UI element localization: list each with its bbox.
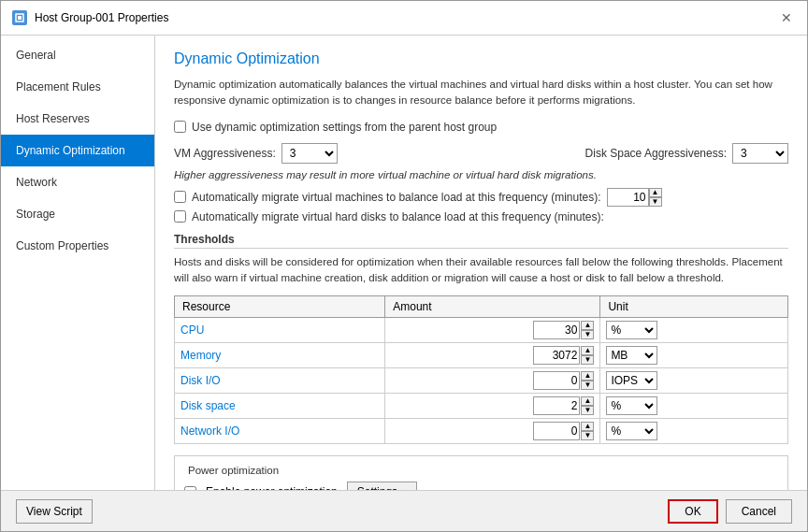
sidebar-item-custom-properties[interactable]: Custom Properties [1, 230, 154, 262]
table-row: Network I/O▲▼%MBIOPS [175, 419, 788, 444]
auto-migrate-vm-checkbox[interactable] [174, 191, 186, 203]
amount-spin-buttons: ▲▼ [581, 346, 594, 365]
amount-spin-down[interactable]: ▼ [581, 355, 594, 365]
amount-spin-down[interactable]: ▼ [581, 330, 594, 339]
auto-migrate-vm-spin-up[interactable]: ▲ [649, 188, 662, 197]
sidebar-item-network[interactable]: Network [1, 166, 154, 198]
window-icon [12, 10, 27, 25]
disk-aggressiveness-select[interactable]: 1 2 3 4 5 [732, 143, 788, 164]
disk-aggressiveness-group: Disk Space Aggressiveness: 1 2 3 4 5 [585, 143, 788, 164]
auto-migrate-vm-spin-buttons: ▲ ▼ [649, 188, 662, 207]
higher-note: Higher aggressiveness may result in more… [174, 169, 788, 180]
auto-migrate-vm-spin-down[interactable]: ▼ [649, 197, 662, 207]
amount-cell: ▲▼ [385, 343, 600, 368]
sidebar-item-host-reserves[interactable]: Host Reserves [1, 103, 154, 135]
window-title: Host Group-001 Properties [35, 11, 168, 24]
table-row: Disk space▲▼%MBIOPS [175, 394, 788, 419]
footer-buttons: OK Cancel [668, 499, 792, 524]
title-bar: Host Group-001 Properties ✕ [1, 1, 807, 36]
amount-input[interactable] [533, 396, 580, 415]
main-content: General Placement Rules Host Reserves Dy… [1, 36, 807, 490]
use-parent-label: Use dynamic optimization settings from t… [192, 121, 497, 134]
unit-cell: %MBIOPS [600, 343, 788, 368]
resource-cell: CPU [175, 318, 385, 343]
auto-migrate-vm-label: Automatically migrate virtual machines t… [192, 191, 601, 204]
col-header-resource: Resource [175, 296, 385, 318]
amount-input[interactable] [533, 321, 580, 339]
disk-aggressiveness-label: Disk Space Aggressiveness: [585, 147, 727, 160]
thresholds-desc: Hosts and disks will be considered for o… [174, 254, 788, 287]
close-button[interactable]: ✕ [777, 8, 796, 27]
col-header-unit: Unit [600, 296, 788, 318]
unit-select[interactable]: %MBIOPS [606, 371, 657, 390]
amount-spin-down[interactable]: ▼ [581, 431, 594, 440]
amount-spin-buttons: ▲▼ [581, 422, 594, 440]
title-bar-left: Host Group-001 Properties [12, 10, 168, 25]
section-title: Dynamic Optimization [174, 50, 788, 67]
thresholds-label: Thresholds [174, 233, 788, 249]
vm-aggressiveness-select[interactable]: 1 2 3 4 5 [281, 143, 338, 164]
footer: View Script OK Cancel [1, 490, 807, 531]
sidebar-item-storage[interactable]: Storage [1, 198, 154, 230]
auto-migrate-disk-row: Automatically migrate virtual hard disks… [174, 210, 788, 223]
amount-spin-up[interactable]: ▲ [581, 396, 594, 406]
table-row: Memory▲▼%MBIOPS [175, 343, 788, 368]
unit-select[interactable]: %MBIOPS [606, 422, 657, 440]
sidebar-item-placement-rules[interactable]: Placement Rules [1, 71, 154, 103]
amount-spin-buttons: ▲▼ [581, 321, 594, 339]
unit-cell: %MBIOPS [600, 368, 788, 394]
amount-spin-up[interactable]: ▲ [581, 321, 594, 330]
resource-cell: Memory [175, 343, 385, 368]
aggressiveness-row: VM Aggressiveness: 1 2 3 4 5 Disk Space … [174, 143, 788, 164]
amount-spin-up[interactable]: ▲ [581, 422, 594, 431]
col-header-amount: Amount [385, 296, 600, 318]
ok-button[interactable]: OK [668, 499, 717, 524]
table-row: CPU▲▼%MBIOPS [175, 318, 788, 343]
amount-input[interactable] [533, 371, 580, 390]
auto-migrate-disk-checkbox[interactable] [174, 210, 186, 223]
power-section-title: Power optimization [184, 465, 282, 476]
unit-cell: %MBIOPS [600, 394, 788, 419]
sidebar: General Placement Rules Host Reserves Dy… [1, 36, 155, 490]
unit-cell: %MBIOPS [600, 419, 788, 444]
view-script-button[interactable]: View Script [16, 499, 93, 524]
amount-input[interactable] [533, 346, 580, 365]
description-text: Dynamic optimization automatically balan… [174, 77, 788, 109]
resource-cell: Disk I/O [175, 368, 385, 394]
amount-spin-buttons: ▲▼ [581, 371, 594, 390]
amount-cell: ▲▼ [385, 318, 600, 343]
amount-spin-up[interactable]: ▲ [581, 346, 594, 355]
table-row: Disk I/O▲▼%MBIOPS [175, 368, 788, 394]
auto-migrate-disk-label: Automatically migrate virtual hard disks… [192, 210, 604, 223]
sidebar-item-dynamic-optimization[interactable]: Dynamic Optimization [1, 135, 154, 166]
amount-spin-buttons: ▲▼ [581, 396, 594, 415]
unit-select[interactable]: %MBIOPS [606, 346, 657, 365]
unit-cell: %MBIOPS [600, 318, 788, 343]
unit-select[interactable]: %MBIOPS [606, 321, 657, 339]
resource-cell: Disk space [175, 394, 385, 419]
power-row: Enable power optimization Settings... [184, 482, 778, 490]
amount-spin-down[interactable]: ▼ [581, 406, 594, 415]
cancel-button[interactable]: Cancel [726, 499, 792, 524]
resource-cell: Network I/O [175, 419, 385, 444]
power-section: Power optimization Enable power optimiza… [174, 455, 788, 490]
use-parent-settings-row: Use dynamic optimization settings from t… [174, 121, 788, 134]
unit-select[interactable]: %MBIOPS [606, 396, 657, 415]
vm-aggressiveness-label: VM Aggressiveness: [174, 147, 276, 160]
sidebar-item-general[interactable]: General [1, 39, 154, 71]
amount-spin-up[interactable]: ▲ [581, 371, 594, 381]
svg-rect-1 [18, 16, 22, 20]
auto-migrate-vm-row: Automatically migrate virtual machines t… [174, 188, 788, 207]
thresholds-table: Resource Amount Unit CPU▲▼%MBIOPSMemory▲… [174, 295, 788, 444]
auto-migrate-vm-input[interactable] [607, 188, 649, 207]
amount-cell: ▲▼ [385, 368, 600, 394]
amount-input[interactable] [533, 422, 580, 440]
amount-spin-down[interactable]: ▼ [581, 381, 594, 390]
settings-button[interactable]: Settings... [347, 482, 417, 490]
content-area: Dynamic Optimization Dynamic optimizatio… [155, 36, 807, 490]
vm-aggressiveness-group: VM Aggressiveness: 1 2 3 4 5 [174, 143, 338, 164]
amount-cell: ▲▼ [385, 419, 600, 444]
use-parent-checkbox[interactable] [174, 121, 186, 133]
main-window: Host Group-001 Properties ✕ General Plac… [0, 0, 808, 532]
thresholds-section: Thresholds Hosts and disks will be consi… [174, 233, 788, 445]
